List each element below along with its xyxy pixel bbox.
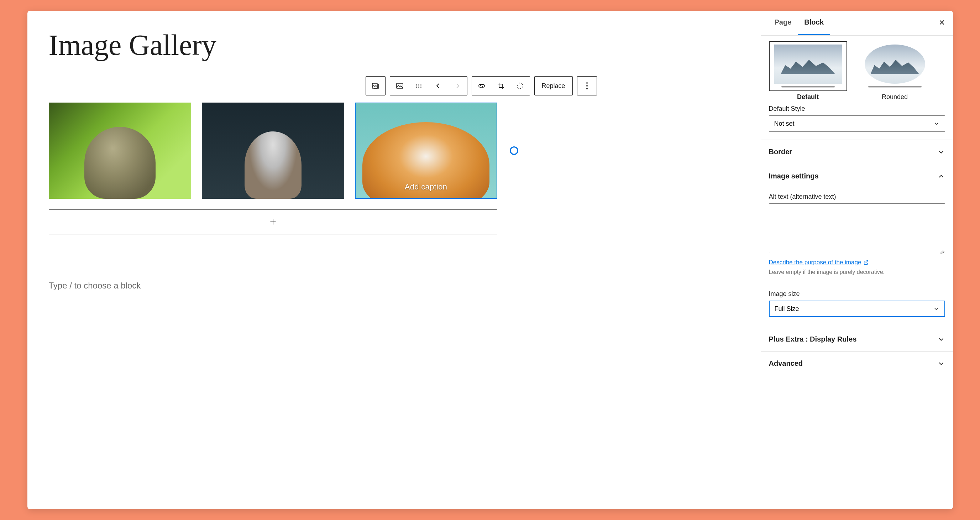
svg-rect-1: [396, 83, 403, 88]
chevron-down-icon: [937, 148, 945, 156]
alt-text-label: Alt text (alternative text): [769, 193, 945, 201]
toolbar-group-replace: Replace: [534, 76, 573, 96]
section-border-label: Border: [769, 148, 792, 156]
toolbar-group-nav: [390, 76, 468, 96]
link-button[interactable]: [472, 77, 491, 95]
drag-dots-icon: [416, 85, 422, 88]
toolbar-group-actions: [472, 76, 530, 96]
dashed-circle-icon: [516, 81, 524, 90]
more-options-button[interactable]: [578, 77, 597, 95]
chevron-down-icon: [937, 335, 945, 343]
default-style-select[interactable]: Not set: [769, 115, 945, 132]
section-advanced[interactable]: Advanced: [761, 351, 953, 375]
page-title[interactable]: Image Gallery: [49, 29, 739, 62]
gallery-block-icon-button[interactable]: [366, 77, 385, 95]
close-sidebar-button[interactable]: [938, 19, 946, 27]
image-placeholder: [84, 127, 156, 199]
toolbar-group-block: [366, 76, 385, 96]
image-size-value: Full Size: [775, 305, 799, 313]
chevron-right-icon: [453, 81, 462, 90]
image-size-select[interactable]: Full Size: [769, 301, 945, 317]
caption-input[interactable]: Add caption: [356, 182, 496, 191]
editor-canvas[interactable]: Image Gallery: [27, 11, 761, 509]
chevron-down-icon: [933, 120, 940, 127]
style-preview-default: [769, 41, 847, 91]
gallery-image-2[interactable]: [202, 102, 344, 199]
gallery-icon: [371, 81, 380, 90]
chevron-down-icon: [937, 360, 945, 368]
gallery-image-3-selected[interactable]: Add caption: [355, 102, 497, 199]
link-icon: [477, 81, 486, 90]
style-label-rounded: Rounded: [856, 93, 934, 101]
section-plus-extra-label: Plus Extra : Display Rules: [769, 335, 857, 343]
gallery-image-1[interactable]: [49, 102, 191, 199]
kebab-icon: [586, 82, 588, 89]
styles-panel: Default Rounded Default Style Not set: [761, 36, 953, 140]
settings-sidebar: Page Block Default: [761, 11, 953, 509]
move-right-button[interactable]: [448, 77, 467, 95]
crop-button[interactable]: [491, 77, 511, 95]
toolbar-group-more: [577, 76, 597, 96]
image-block-icon-button[interactable]: [390, 77, 409, 95]
image-size-label: Image size: [769, 290, 945, 298]
drag-handle[interactable]: [409, 77, 429, 95]
section-plus-extra[interactable]: Plus Extra : Display Rules: [761, 327, 953, 351]
alt-text-input[interactable]: [769, 203, 945, 253]
duotone-button[interactable]: [511, 77, 530, 95]
section-image-settings-label: Image settings: [769, 172, 819, 180]
image-settings-body: Alt text (alternative text) Describe the…: [761, 188, 953, 327]
resize-handle[interactable]: [510, 147, 518, 155]
svg-point-2: [517, 83, 523, 89]
default-style-label: Default Style: [769, 105, 945, 113]
crop-icon: [496, 81, 505, 90]
section-border[interactable]: Border: [761, 140, 953, 164]
style-preview-rounded: [856, 41, 934, 91]
plus-icon: [269, 217, 278, 227]
block-inserter-prompt[interactable]: Type / to choose a block: [49, 281, 739, 290]
describe-image-link[interactable]: Describe the purpose of the image: [769, 259, 869, 266]
style-label-default: Default: [769, 93, 847, 101]
tab-block[interactable]: Block: [798, 11, 830, 35]
block-toolbar: Replace: [366, 76, 739, 96]
tab-page[interactable]: Page: [768, 11, 798, 35]
editor-window: Image Gallery: [27, 11, 953, 509]
sidebar-tabs: Page Block: [761, 11, 953, 36]
alt-text-helper: Leave empty if the image is purely decor…: [769, 268, 945, 276]
style-rounded[interactable]: Rounded: [856, 41, 934, 101]
style-default[interactable]: Default: [769, 41, 847, 101]
chevron-down-icon: [933, 306, 939, 312]
gallery-row: Add caption: [49, 102, 739, 199]
move-left-button[interactable]: [429, 77, 448, 95]
section-advanced-label: Advanced: [769, 359, 803, 368]
section-image-settings[interactable]: Image settings: [761, 164, 953, 188]
image-icon: [396, 81, 404, 90]
add-image-button[interactable]: [49, 209, 497, 234]
describe-link-text: Describe the purpose of the image: [769, 259, 861, 266]
replace-button[interactable]: Replace: [535, 77, 573, 95]
external-link-icon: [863, 260, 869, 265]
image-placeholder: [245, 131, 302, 199]
default-style-value: Not set: [774, 120, 794, 128]
style-options: Default Rounded: [769, 40, 945, 105]
chevron-up-icon: [937, 172, 945, 180]
chevron-left-icon: [434, 81, 442, 90]
close-icon: [938, 19, 946, 26]
